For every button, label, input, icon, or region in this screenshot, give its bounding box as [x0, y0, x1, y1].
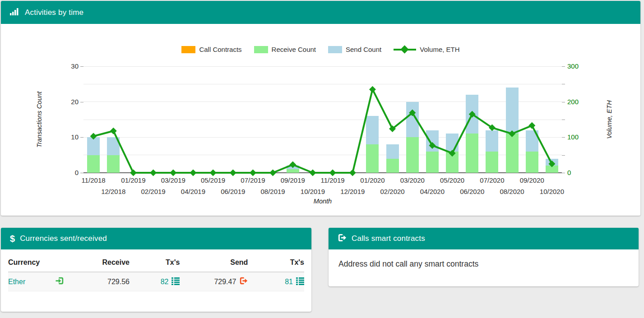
legend-swatch [181, 46, 195, 53]
x-tick-label: 05/2019 [201, 176, 225, 184]
x-tick-label: 07/2020 [480, 176, 504, 184]
x-tick-label: 01/2019 [121, 176, 145, 184]
y-tick-mark-left [80, 173, 83, 173]
volume-marker[interactable] [250, 170, 256, 176]
y-tick-mark-left [80, 137, 83, 138]
legend-item-call-contracts[interactable]: Call Contracts [181, 46, 241, 53]
x-tick-label: 03/2020 [400, 176, 425, 184]
legend-swatch [328, 46, 342, 53]
receive-txs-link[interactable]: 82 [161, 278, 169, 286]
x-tick-label: 10/2019 [301, 188, 325, 195]
currency-link[interactable]: Ether [8, 278, 25, 286]
activities-panel: Activities by time Call ContractsReceive… [1, 1, 640, 216]
legend-swatch [254, 46, 268, 53]
x-tick-label: 12/2019 [340, 188, 365, 195]
sign-in-icon [56, 277, 64, 287]
legend-item-send-count[interactable]: Send Count [328, 46, 381, 53]
x-tick-label: 08/2019 [260, 188, 285, 195]
x-tick-label: 02/2019 [141, 188, 165, 195]
activities-panel-title: Activities by time [25, 8, 83, 17]
volume-marker[interactable] [150, 170, 157, 176]
volume-marker[interactable] [190, 170, 196, 176]
volume-marker[interactable] [170, 170, 176, 176]
x-tick-label: 04/2019 [181, 188, 205, 195]
y-tick-label-right: 100 [567, 133, 593, 141]
y-tick-label-left: 30 [55, 62, 79, 70]
x-tick-label: 10/2020 [540, 188, 564, 195]
y-tick-label-left: 20 [55, 98, 79, 106]
x-tick-label: 11/2018 [82, 176, 106, 184]
y-tick-mark-right [562, 155, 565, 156]
volume-line-layer [83, 66, 562, 173]
col-header-send: Send [180, 254, 248, 272]
volume-marker[interactable] [289, 161, 296, 168]
y-tick-label-left: 0 [55, 169, 79, 176]
y-axis-title-right: Volume, ETH [606, 100, 613, 139]
y-tick-mark-right [562, 84, 565, 84]
x-tick-label: 07/2019 [241, 176, 265, 184]
sign-out-icon [239, 277, 248, 287]
col-header-receive: Receive [70, 254, 130, 272]
legend-label: Call Contracts [199, 46, 241, 53]
x-tick-label: 05/2020 [440, 176, 464, 184]
volume-marker[interactable] [269, 170, 276, 176]
y-tick-mark-right [562, 173, 565, 173]
volume-marker[interactable] [110, 128, 117, 134]
x-axis-title: Month [314, 198, 332, 205]
y-axis-title-left: Transactions Count [36, 92, 43, 148]
contracts-panel-title: Calls smart contracts [352, 234, 425, 243]
chart-area: Call ContractsReceive CountSend CountVol… [1, 24, 640, 216]
tx-list-icon[interactable] [171, 277, 180, 287]
currencies-table: Currency Receive Tx's Send Tx's Ether [8, 254, 304, 291]
volume-marker[interactable] [230, 170, 236, 176]
bar-chart-icon [10, 8, 20, 17]
volume-marker[interactable] [369, 86, 376, 93]
y-tick-mark-left [80, 66, 83, 67]
y-tick-mark-right [562, 120, 565, 120]
legend-label: Volume, ETH [420, 46, 459, 53]
receive-amount: 729.56 [70, 272, 130, 291]
volume-marker[interactable] [210, 170, 217, 176]
volume-marker[interactable] [309, 170, 316, 176]
legend-label: Receive Count [272, 46, 316, 53]
x-tick-label: 08/2020 [500, 188, 524, 195]
y-tick-label-right: 0 [567, 169, 593, 176]
contracts-message: Address did not call any smart contracts [329, 249, 639, 279]
y-tick-mark-right [562, 66, 565, 67]
x-tick-label: 06/2020 [460, 188, 484, 195]
volume-marker[interactable] [329, 170, 336, 176]
volume-marker[interactable] [90, 133, 97, 139]
volume-marker[interactable] [509, 130, 515, 137]
y-tick-label-right: 300 [567, 62, 593, 70]
tx-list-icon[interactable] [296, 277, 304, 287]
x-tick-label: 02/2020 [380, 188, 404, 195]
volume-marker[interactable] [449, 150, 456, 157]
volume-marker[interactable] [548, 161, 555, 167]
volume-line [93, 89, 552, 173]
volume-marker[interactable] [528, 122, 535, 129]
legend-label: Send Count [346, 46, 381, 53]
col-header-currency: Currency [8, 254, 70, 272]
activities-panel-header: Activities by time [1, 1, 640, 24]
currencies-panel-title: Currencies sent/received [20, 234, 107, 243]
x-tick-label: 06/2019 [221, 188, 245, 195]
volume-marker[interactable] [349, 170, 356, 176]
dollar-icon: $ [10, 234, 15, 243]
plot-area [83, 66, 562, 173]
volume-marker[interactable] [130, 170, 137, 176]
legend-item-volume-eth[interactable]: Volume, ETH [394, 46, 459, 53]
legend-item-receive-count[interactable]: Receive Count [254, 46, 316, 53]
x-tick-label: 12/2018 [101, 188, 125, 195]
send-txs-link[interactable]: 81 [285, 278, 293, 286]
sign-out-icon [338, 233, 347, 244]
x-tick-label: 03/2019 [161, 176, 185, 184]
col-header-receive-txs: Tx's [130, 254, 180, 272]
y-tick-mark-right [562, 137, 565, 138]
y-tick-mark-right [562, 102, 565, 102]
currencies-panel: $ Currencies sent/received Currency Rece… [1, 228, 311, 312]
x-tick-label: 04/2020 [420, 188, 445, 195]
y-tick-label-right: 200 [567, 98, 593, 106]
send-amount: 729.47 [214, 278, 236, 286]
contracts-panel-header: Calls smart contracts [329, 228, 639, 249]
chart-legend: Call ContractsReceive CountSend CountVol… [1, 46, 640, 53]
